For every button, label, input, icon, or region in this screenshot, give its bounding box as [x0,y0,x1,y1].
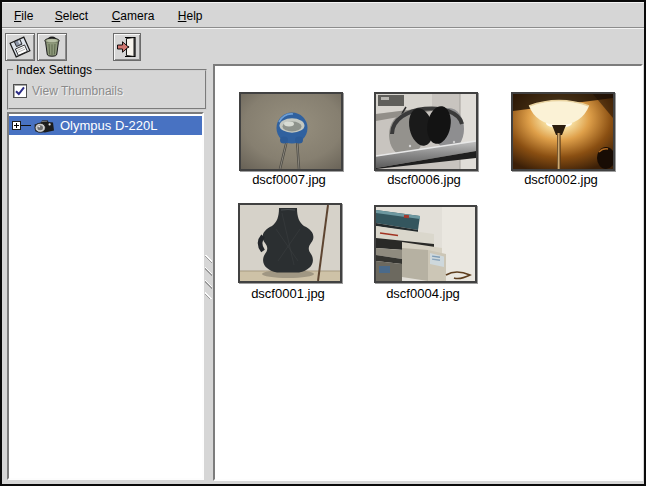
menu-select[interactable]: Select [53,2,90,27]
gtkam-window: File Select Camera Help [0,0,646,486]
checkmark-icon [14,85,26,97]
camera-tree: Olympus D-220L [7,112,204,480]
photo-headphones [376,94,476,169]
thumbnail-dscf0004[interactable] [374,205,477,283]
menu-camera[interactable]: Camera [110,2,157,27]
menu-help[interactable]: Help [176,2,205,27]
frame-title: Index Settings [13,63,95,77]
thumbnail-filename: dscf0006.jpg [354,172,494,187]
thumbnail-browser: dscf0007.jpg [213,64,643,481]
trash-can-icon [40,35,64,59]
photo-printer-desk [376,207,475,281]
exit-button[interactable] [113,33,141,61]
camera-icon [32,118,56,134]
menubar: File Select Camera Help [2,2,644,28]
expander-plus-icon[interactable] [12,121,21,130]
exit-door-icon [115,35,139,59]
menu-file[interactable]: File [12,2,35,27]
photo-floor-lamp [513,94,613,169]
index-settings-frame: Index Settings View Thumbnails [7,69,207,110]
thumbnail-dscf0002[interactable] [511,92,615,171]
save-button[interactable] [5,33,35,61]
view-thumbnails-row: View Thumbnails [13,84,123,98]
thumbnail-filename: dscf0002.jpg [491,172,631,187]
tree-branch-line [21,125,31,126]
photo-guitar-case [240,205,340,281]
view-thumbnails-checkbox[interactable] [13,84,27,98]
view-thumbnails-label: View Thumbnails [32,84,123,98]
tree-item-camera[interactable]: Olympus D-220L [9,116,202,135]
thumbnail-dscf0006[interactable] [374,92,478,171]
thumbnail-filename: dscf0004.jpg [353,286,493,301]
floppy-disk-icon [8,35,32,59]
camera-tree-label: Olympus D-220L [60,118,158,133]
photo-blue-component [241,94,341,169]
thumbnail-filename: dscf0001.jpg [218,286,358,301]
delete-button[interactable] [37,33,67,61]
grip-icon [205,255,212,299]
thumbnail-filename: dscf0007.jpg [219,172,359,187]
thumbnail-dscf0007[interactable] [239,92,343,171]
pane-resize-handle[interactable] [204,64,213,481]
thumbnail-dscf0001[interactable] [238,203,342,283]
